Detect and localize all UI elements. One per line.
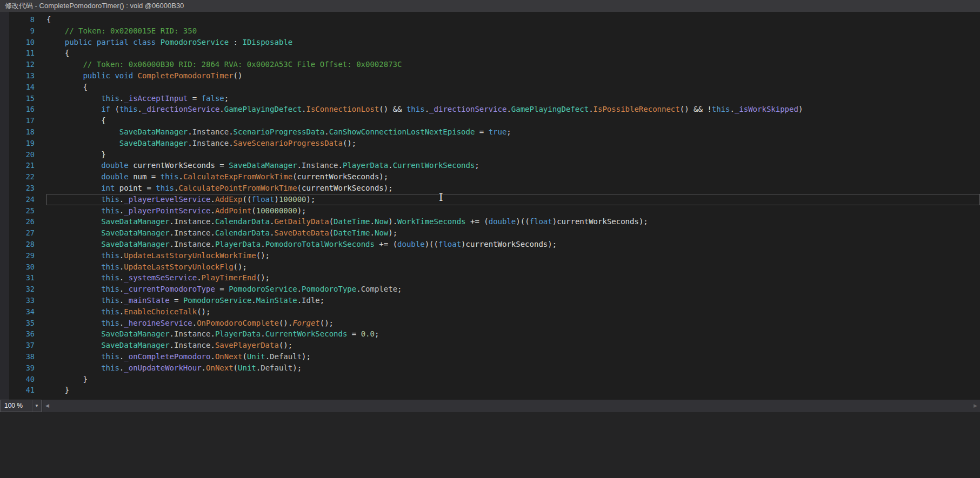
- code-line[interactable]: 19 SaveDataManager.Instance.SaveScenario…: [0, 138, 980, 149]
- code-line-current[interactable]: 24 this._playerLevelService.AddExp((floa…: [0, 194, 980, 205]
- code-line[interactable]: 38 this._onCompletePomodoro.OnNext(Unit.…: [0, 351, 980, 362]
- code-text[interactable]: {: [46, 115, 980, 126]
- line-number: 38: [0, 351, 46, 362]
- code-line[interactable]: 25 this._playerPointService.AddPoint(100…: [0, 205, 980, 217]
- code-line[interactable]: 17 {: [0, 115, 980, 126]
- code-lines[interactable]: 8{9 // Token: 0x0200015E RID: 35010 publ…: [0, 14, 980, 396]
- line-number: 30: [0, 261, 46, 273]
- code-line[interactable]: 40 }: [0, 374, 980, 385]
- code-text[interactable]: }: [46, 149, 980, 160]
- code-line[interactable]: 23 int point = this.CalculatePointFromWo…: [0, 183, 980, 194]
- code-text[interactable]: this._playerLevelService.AddExp((float)1…: [46, 194, 980, 205]
- code-text[interactable]: public void CompletePomodoroTimer(): [46, 70, 980, 82]
- code-text[interactable]: this.UpdateLastStoryUnlockWorkTime();: [46, 250, 980, 261]
- line-number: 33: [0, 295, 46, 306]
- code-text[interactable]: this.UpdateLastStoryUnlockFlg();: [46, 261, 980, 273]
- code-line[interactable]: 26 SaveDataManager.Instance.CalendarData…: [0, 216, 980, 227]
- line-number: 12: [0, 59, 46, 70]
- line-number: 15: [0, 93, 46, 104]
- code-line[interactable]: 14 {: [0, 82, 980, 93]
- code-line[interactable]: 36 SaveDataManager.Instance.PlayerData.C…: [0, 328, 980, 340]
- code-line[interactable]: 21 double currentWorkSeconds = SaveDataM…: [0, 160, 980, 171]
- code-line[interactable]: 29 this.UpdateLastStoryUnlockWorkTime();: [0, 250, 980, 261]
- code-text[interactable]: }: [46, 385, 980, 396]
- code-text[interactable]: int point = this.CalculatePointFromWorkT…: [46, 183, 980, 194]
- code-text[interactable]: if (this._directionService.GamePlayingDe…: [46, 104, 980, 115]
- line-number: 13: [0, 70, 46, 82]
- code-text[interactable]: SaveDataManager.Instance.PlayerData.Curr…: [46, 328, 980, 340]
- code-text[interactable]: this._playerPointService.AddPoint(100000…: [46, 205, 980, 217]
- code-line[interactable]: 37 SaveDataManager.Instance.SavePlayerDa…: [0, 340, 980, 351]
- code-text[interactable]: this.EnableChoiceTalk();: [46, 306, 980, 318]
- code-text[interactable]: SaveDataManager.Instance.ScenarioProgres…: [46, 126, 980, 138]
- code-line[interactable]: 13 public void CompletePomodoroTimer(): [0, 70, 980, 82]
- code-text[interactable]: double num = this.CalculateExpFromWorkTi…: [46, 171, 980, 183]
- line-number: 35: [0, 318, 46, 329]
- code-text[interactable]: SaveDataManager.Instance.CalendarData.Ge…: [46, 216, 980, 227]
- code-line[interactable]: 8{: [0, 14, 980, 25]
- code-text[interactable]: this._systemSeService.PlayTimerEnd();: [46, 272, 980, 284]
- code-text[interactable]: public partial class PomodoroService : I…: [46, 37, 980, 48]
- line-number: 17: [0, 115, 46, 126]
- code-line[interactable]: 22 double num = this.CalculateExpFromWor…: [0, 171, 980, 183]
- code-line[interactable]: 28 SaveDataManager.Instance.PlayerData.P…: [0, 239, 980, 250]
- chevron-down-icon[interactable]: ▼: [32, 400, 41, 412]
- code-text[interactable]: SaveDataManager.Instance.PlayerData.Pomo…: [46, 239, 980, 250]
- line-number: 24: [0, 194, 46, 205]
- code-line[interactable]: 32 this._currentPomodoroType = PomodoroS…: [0, 284, 980, 295]
- code-line[interactable]: 12 // Token: 0x06000B30 RID: 2864 RVA: 0…: [0, 59, 980, 70]
- code-text[interactable]: {: [46, 14, 980, 25]
- line-number: 27: [0, 227, 46, 239]
- code-text[interactable]: }: [46, 374, 980, 385]
- code-text[interactable]: this._onCompletePomodoro.OnNext(Unit.Def…: [46, 351, 980, 362]
- code-line[interactable]: 16 if (this._directionService.GamePlayin…: [0, 104, 980, 115]
- code-text[interactable]: this._isAcceptInput = false;: [46, 93, 980, 104]
- code-text[interactable]: // Token: 0x0200015E RID: 350: [46, 25, 980, 37]
- scroll-left-icon[interactable]: ◀: [43, 400, 52, 412]
- code-line[interactable]: 39 this._onUpdateWorkHour.OnNext(Unit.De…: [0, 362, 980, 374]
- code-line[interactable]: 34 this.EnableChoiceTalk();: [0, 306, 980, 318]
- scroll-right-icon[interactable]: ▶: [971, 400, 980, 412]
- code-line[interactable]: 33 this._mainState = PomodoroService.Mai…: [0, 295, 980, 306]
- line-number: 10: [0, 37, 46, 48]
- code-text[interactable]: {: [46, 48, 980, 59]
- code-line[interactable]: 18 SaveDataManager.Instance.ScenarioProg…: [0, 126, 980, 138]
- window-background-filler: [0, 412, 980, 478]
- line-number: 39: [0, 362, 46, 374]
- code-text[interactable]: this._heroineService.OnPomodoroComplete(…: [46, 318, 980, 329]
- zoom-level-value[interactable]: 100 %: [1, 400, 32, 412]
- line-number: 28: [0, 239, 46, 250]
- line-number: 36: [0, 328, 46, 340]
- code-text[interactable]: this._currentPomodoroType = PomodoroServ…: [46, 284, 980, 295]
- code-line[interactable]: 20 }: [0, 149, 980, 160]
- horizontal-scrollbar[interactable]: ◀ ▶: [43, 400, 980, 412]
- code-line[interactable]: 31 this._systemSeService.PlayTimerEnd();: [0, 272, 980, 284]
- line-number: 9: [0, 25, 46, 37]
- code-text[interactable]: {: [46, 82, 980, 93]
- code-text[interactable]: // Token: 0x06000B30 RID: 2864 RVA: 0x00…: [46, 59, 980, 70]
- code-line[interactable]: 9 // Token: 0x0200015E RID: 350: [0, 25, 980, 37]
- code-text[interactable]: double currentWorkSeconds = SaveDataMana…: [46, 160, 980, 171]
- code-line[interactable]: 41 }: [0, 385, 980, 396]
- code-line[interactable]: 11 {: [0, 48, 980, 59]
- line-number: 31: [0, 272, 46, 284]
- line-number: 34: [0, 306, 46, 318]
- code-text[interactable]: this._onUpdateWorkHour.OnNext(Unit.Defau…: [46, 362, 980, 374]
- code-line[interactable]: 30 this.UpdateLastStoryUnlockFlg();: [0, 261, 980, 273]
- code-line[interactable]: 27 SaveDataManager.Instance.CalendarData…: [0, 227, 980, 239]
- code-text[interactable]: SaveDataManager.Instance.SavePlayerData(…: [46, 340, 980, 351]
- code-text[interactable]: SaveDataManager.Instance.CalendarData.Sa…: [46, 227, 980, 239]
- code-line[interactable]: 10 public partial class PomodoroService …: [0, 37, 980, 48]
- line-number: 37: [0, 340, 46, 351]
- zoom-level-combobox[interactable]: 100 % ▼: [0, 400, 42, 412]
- code-text[interactable]: SaveDataManager.Instance.SaveScenarioPro…: [46, 138, 980, 149]
- line-number: 25: [0, 205, 46, 217]
- code-editor[interactable]: 8{9 // Token: 0x0200015E RID: 35010 publ…: [0, 12, 980, 400]
- code-line[interactable]: 35 this._heroineService.OnPomodoroComple…: [0, 318, 980, 329]
- code-line[interactable]: 15 this._isAcceptInput = false;: [0, 93, 980, 104]
- window-title: 修改代码 - CompletePomodoroTimer() : void @0…: [5, 2, 184, 10]
- line-number: 19: [0, 138, 46, 149]
- line-number: 20: [0, 149, 46, 160]
- code-text[interactable]: this._mainState = PomodoroService.MainSt…: [46, 295, 980, 306]
- line-number: 40: [0, 374, 46, 385]
